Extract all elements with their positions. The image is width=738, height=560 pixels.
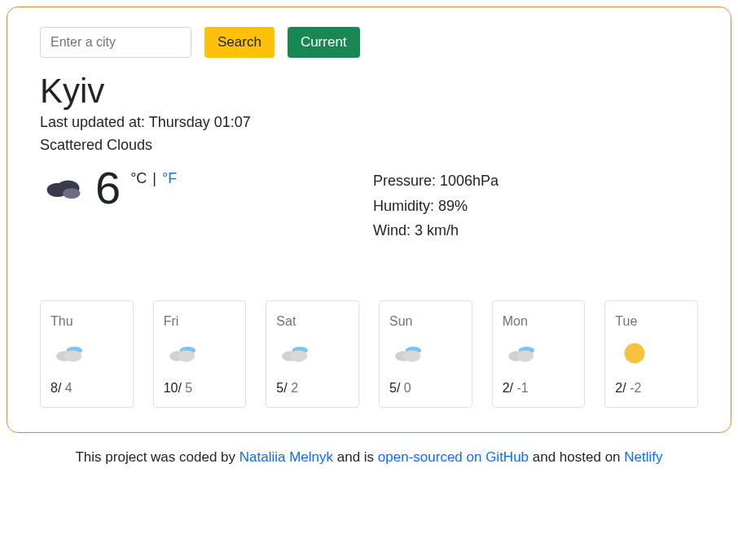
partly-cloudy-icon [389,340,462,370]
unit-toggle: °C | °F [130,170,177,187]
forecast-card: Fri10/ 5 [153,300,247,408]
forecast-temps: 10/ 5 [164,381,236,396]
forecast-temps: 2/ -1 [503,381,575,396]
partly-cloudy-icon [164,340,236,370]
city-name: Kyiv [40,72,698,110]
weather-card: Search Current Kyiv Last updated at: Thu… [7,7,731,433]
forecast-temps: 5/ 2 [276,381,349,396]
current-temperature: 6 [95,165,121,211]
forecast-row: Thu8/ 4Fri10/ 5Sat5/ 2Sun5/ 0Mon2/ -1Tue… [40,300,698,408]
forecast-card: Thu8/ 4 [40,300,134,408]
forecast-card: Sun5/ 0 [379,300,472,408]
forecast-temps: 5/ 0 [389,381,462,396]
humidity-line: Humidity: 89% [373,194,698,219]
sunny-icon [615,340,687,370]
forecast-day: Tue [615,314,687,329]
partly-cloudy-icon [503,340,575,370]
forecast-card: Sat5/ 2 [266,300,359,408]
current-details: Pressure: 1006hPa Humidity: 89% Wind: 3 … [365,168,698,243]
partly-cloudy-icon [51,340,123,370]
last-updated: Last updated at: Thursday 01:07 [40,112,698,134]
current-location-button[interactable]: Current [288,27,360,58]
forecast-temps: 2/ -2 [615,381,687,396]
forecast-card: Mon2/ -1 [492,300,586,408]
fahrenheit-link[interactable]: °F [162,170,177,186]
github-link[interactable]: open-sourced on GitHub [378,449,529,465]
forecast-day: Fri [164,314,236,329]
forecast-day: Thu [51,314,123,329]
forecast-card: Tue2/ -2 [604,300,698,408]
partly-cloudy-icon [276,340,349,370]
forecast-day: Mon [503,314,575,329]
forecast-day: Sun [389,314,462,329]
search-button[interactable]: Search [204,27,275,58]
pressure-line: Pressure: 1006hPa [373,168,698,194]
condition-text: Scattered Clouds [40,134,698,157]
current-weather-row: 6 °C | °F Pressure: 1006hPa Humidity: 89… [40,168,698,243]
forecast-day: Sat [276,314,349,329]
author-link[interactable]: Nataliia Melnyk [239,449,333,465]
footer: This project was coded by Nataliia Melny… [7,449,731,466]
forecast-temps: 8/ 4 [51,381,123,396]
celsius-unit: °C [130,170,147,186]
netlify-link[interactable]: Netlify [624,449,662,465]
search-row: Search Current [40,27,698,58]
city-input[interactable] [40,27,191,58]
wind-line: Wind: 3 km/h [373,218,698,243]
current-left: 6 °C | °F [40,168,365,243]
cloud-icon [40,170,86,203]
